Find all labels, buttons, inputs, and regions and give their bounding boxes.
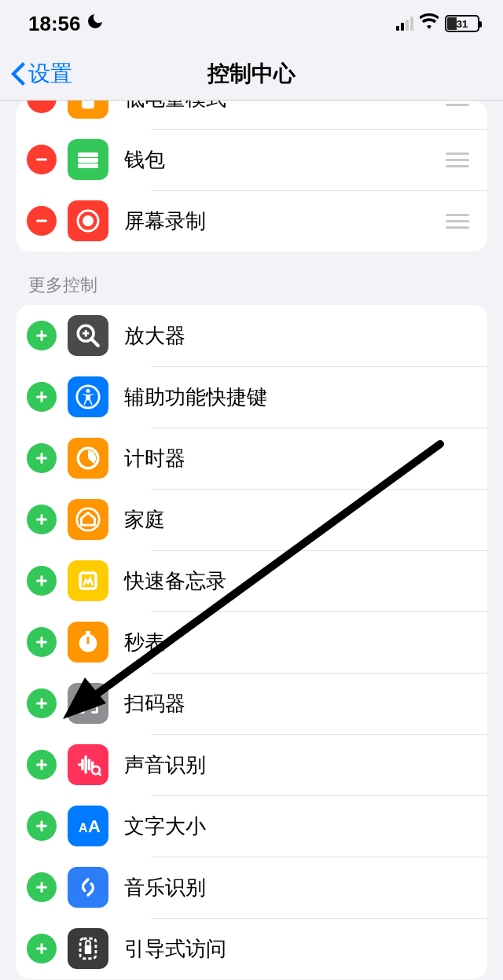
svg-rect-20	[41, 453, 43, 464]
wallet-icon	[68, 139, 108, 180]
svg-rect-1	[82, 101, 94, 108]
svg-rect-5	[78, 163, 98, 168]
list-item-label: 计时器	[124, 445, 476, 472]
stopwatch-icon	[68, 622, 108, 663]
back-button[interactable]: 设置	[11, 59, 72, 89]
list-item: 音乐识别	[16, 857, 487, 918]
list-item: 声音识别	[16, 734, 487, 795]
add-button[interactable]	[27, 443, 57, 473]
svg-rect-51	[41, 943, 43, 954]
status-bar: 18:56 31	[0, 0, 503, 47]
add-button[interactable]	[27, 505, 57, 534]
navigation-bar: 设置 控制中心	[0, 47, 503, 101]
list-item-label: 快速备忘录	[124, 567, 476, 595]
screen-record-icon	[68, 200, 108, 241]
list-item: 放大器	[16, 305, 487, 366]
list-item-label: 放大器	[124, 322, 476, 350]
more-controls-list: 放大器 辅助功能快捷键 计时器 家庭 快速备忘录 秒表	[16, 305, 487, 979]
drag-handle-icon[interactable]	[443, 152, 472, 167]
remove-button[interactable]	[27, 101, 57, 113]
drag-handle-icon[interactable]	[443, 101, 472, 106]
list-item: 引导式访问	[16, 918, 487, 979]
add-button[interactable]	[27, 566, 57, 596]
add-button[interactable]	[27, 688, 57, 718]
svg-rect-44	[41, 820, 43, 831]
page-title: 控制中心	[207, 59, 296, 89]
list-item-label: 钱包	[124, 146, 443, 174]
svg-rect-31	[86, 631, 90, 634]
svg-rect-2	[36, 159, 47, 161]
list-item-label: 扫码器	[124, 690, 476, 718]
svg-line-12	[91, 339, 98, 346]
list-item: AA 文字大小	[16, 795, 487, 857]
home-icon	[68, 499, 108, 540]
list-item: 屏幕录制	[16, 190, 487, 251]
magnifier-icon	[68, 315, 108, 356]
sound-recognition-icon	[68, 744, 108, 785]
list-item: 辅助功能快捷键	[16, 366, 487, 428]
list-item: 快速备忘录	[16, 550, 487, 611]
list-item-label: 音乐识别	[124, 874, 476, 901]
svg-rect-10	[41, 330, 43, 341]
add-button[interactable]	[27, 321, 57, 351]
list-item-label: 家庭	[124, 506, 476, 534]
shazam-icon	[68, 867, 108, 908]
list-item: 扫码器	[16, 673, 487, 734]
quick-note-icon	[68, 560, 108, 601]
svg-point-18	[86, 389, 90, 393]
cell-signal-icon	[396, 17, 413, 31]
text-size-icon: AA	[68, 806, 108, 846]
svg-rect-40	[41, 759, 43, 770]
accessibility-icon	[68, 376, 108, 417]
svg-rect-26	[41, 575, 43, 586]
list-item-label: 文字大小	[124, 813, 476, 840]
guided-access-icon	[68, 928, 108, 969]
svg-rect-3	[78, 152, 98, 157]
svg-text:A: A	[79, 821, 88, 835]
list-item-label: 声音识别	[124, 751, 476, 779]
svg-rect-48	[41, 882, 43, 893]
wifi-icon	[420, 13, 439, 34]
list-item-label: 屏幕录制	[124, 207, 443, 235]
remove-button[interactable]	[27, 145, 57, 174]
svg-rect-23	[41, 514, 43, 525]
add-button[interactable]	[27, 627, 57, 657]
add-button[interactable]	[27, 382, 57, 412]
list-item: 秒表	[16, 611, 487, 673]
svg-rect-34	[41, 698, 43, 709]
add-button[interactable]	[27, 811, 57, 841]
list-item: 钱包	[16, 129, 487, 190]
timer-icon	[68, 438, 108, 479]
low-power-mode-icon	[68, 101, 108, 119]
list-item: 计时器	[16, 428, 487, 489]
svg-text:A: A	[88, 817, 101, 836]
list-item-label: 秒表	[124, 629, 476, 656]
add-button[interactable]	[27, 934, 57, 963]
svg-rect-16	[41, 391, 43, 402]
svg-point-8	[83, 215, 94, 226]
svg-rect-53	[85, 945, 92, 954]
svg-rect-37	[83, 704, 86, 707]
chevron-left-icon	[11, 62, 25, 86]
svg-rect-38	[89, 704, 92, 707]
drag-handle-icon[interactable]	[443, 214, 472, 229]
qr-scanner-icon	[68, 683, 108, 724]
remove-button[interactable]	[27, 206, 57, 236]
svg-rect-36	[89, 699, 92, 702]
do-not-disturb-icon	[86, 12, 105, 35]
list-item: 家庭	[16, 489, 487, 550]
list-item: 低电量模式	[16, 101, 487, 129]
svg-rect-35	[83, 699, 86, 702]
list-item-label: 辅助功能快捷键	[124, 384, 476, 411]
svg-line-42	[98, 773, 100, 775]
list-item-label: 引导式访问	[124, 935, 476, 963]
included-controls-list: 低电量模式 钱包 屏幕录制	[16, 101, 487, 251]
list-item-label: 低电量模式	[124, 101, 443, 112]
add-button[interactable]	[27, 872, 57, 902]
battery-icon: 31	[445, 15, 479, 32]
status-time: 18:56	[28, 12, 81, 36]
svg-rect-4	[78, 158, 98, 163]
back-label: 设置	[28, 59, 72, 89]
add-button[interactable]	[27, 750, 57, 780]
more-controls-header: 更多控制	[16, 251, 487, 305]
